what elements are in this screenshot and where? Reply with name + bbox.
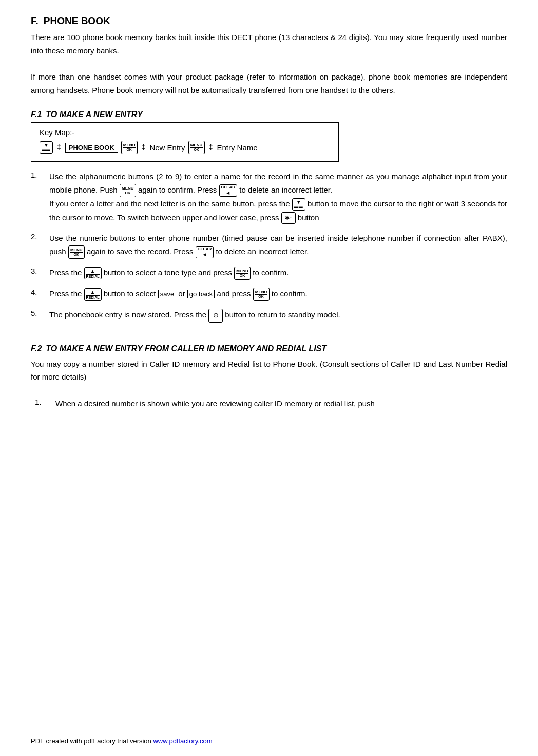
dagger3: ‡ — [209, 143, 213, 152]
f1-heading: TO MAKE A NEW ENTRY — [46, 110, 142, 119]
list-content: Press the ▲ REDIAL button to select save… — [49, 287, 507, 301]
save-boxed: save — [158, 290, 176, 298]
star-btn-inline-1: ✱↑ — [281, 212, 296, 224]
entry-name-text: Entry Name — [217, 143, 257, 152]
clear-btn-inline-2: CLEAR ◄ — [196, 246, 214, 258]
menu-btn-inline-1: MENU OK — [120, 184, 136, 197]
nav-btn-inline-1: ▼ ▬▬ — [292, 198, 305, 211]
clear-btn-inline-1: CLEAR ◄ — [219, 184, 238, 197]
list-content: Use the alphanumeric buttons (2 to 9) to… — [49, 170, 507, 224]
footer-text: PDF created with pdfFactory trial versio… — [31, 737, 153, 745]
f2-section: F.2 TO MAKE A NEW ENTRY FROM CALLER ID M… — [31, 344, 507, 410]
list-content: The phonebook entry is now stored. Press… — [49, 308, 507, 322]
redial-btn-inline-2: ▲ REDIAL — [84, 288, 102, 301]
f2-body1: You may copy a number stored in Caller I… — [31, 357, 507, 384]
section-f-letter: F. — [31, 15, 39, 27]
menu-button-2: MENU OK — [188, 141, 205, 154]
list-content: When a desired number is shown while you… — [55, 397, 507, 410]
dagger1: ‡ — [57, 143, 61, 152]
f1-list: 1. Use the alphanumeric buttons (2 to 9)… — [31, 170, 507, 323]
section-f-body2: If more than one handset comes with your… — [31, 70, 507, 97]
dagger2: ‡ — [142, 143, 146, 152]
f1-title: F.1 — [31, 110, 42, 119]
list-num: 1. — [31, 397, 55, 406]
f2-title: F.2 — [31, 344, 42, 353]
redial-btn-inline-1: ▲ REDIAL — [84, 267, 102, 280]
menu-button-1: MENU OK — [121, 141, 138, 154]
f2-heading: TO MAKE A NEW ENTRY FROM CALLER ID MEMOR… — [46, 344, 326, 353]
f1-section: F.1 TO MAKE A NEW ENTRY Key Map:- ▼ ▬▬ ‡… — [31, 110, 507, 323]
nav-button-icon: ▼ ▬▬ — [40, 141, 53, 154]
list-num: 4. — [31, 287, 49, 296]
list-content: Press the ▲ REDIAL button to select a to… — [49, 266, 507, 280]
list-item: 1. Use the alphanumeric buttons (2 to 9)… — [31, 170, 507, 224]
footer: PDF created with pdfFactory trial versio… — [31, 737, 507, 745]
section-f-body1: There are 100 phone book memory banks bu… — [31, 31, 507, 57]
keymap-box: Key Map:- ▼ ▬▬ ‡ PHONE BOOK MENU OK ‡ Ne… — [31, 122, 339, 162]
list-num: 5. — [31, 308, 49, 317]
phonebook-label: PHONE BOOK — [65, 143, 118, 153]
list-item: 5. The phonebook entry is now stored. Pr… — [31, 308, 507, 322]
menu-btn-inline-2: MENU OK — [68, 245, 85, 259]
list-item: 2. Use the numeric buttons to enter phon… — [31, 232, 507, 259]
section-f: F. PHONE BOOK There are 100 phone book m… — [31, 15, 507, 410]
list-item: 1. When a desired number is shown while … — [31, 397, 507, 410]
list-content: Use the numeric buttons to enter phone n… — [49, 232, 507, 259]
list-num: 1. — [31, 170, 49, 179]
keymap-label: Key Map:- — [40, 128, 330, 137]
off-btn-inline-1: ⊙ — [208, 309, 223, 323]
goback-boxed: go back — [187, 290, 215, 298]
keymap-row: ▼ ▬▬ ‡ PHONE BOOK MENU OK ‡ New Entry ME… — [40, 141, 330, 154]
list-item: 3. Press the ▲ REDIAL button to select a… — [31, 266, 507, 280]
list-item: 4. Press the ▲ REDIAL button to select s… — [31, 287, 507, 301]
list-num: 3. — [31, 266, 49, 275]
section-f-heading: PHONE BOOK — [44, 15, 110, 27]
list-num: 2. — [31, 232, 49, 241]
f2-list: 1. When a desired number is shown while … — [31, 397, 507, 410]
footer-link[interactable]: www.pdffactory.com — [153, 737, 212, 745]
menu-btn-inline-3: MENU OK — [234, 267, 251, 280]
menu-btn-inline-4: MENU OK — [253, 288, 270, 301]
new-entry-text: New Entry — [149, 143, 185, 152]
